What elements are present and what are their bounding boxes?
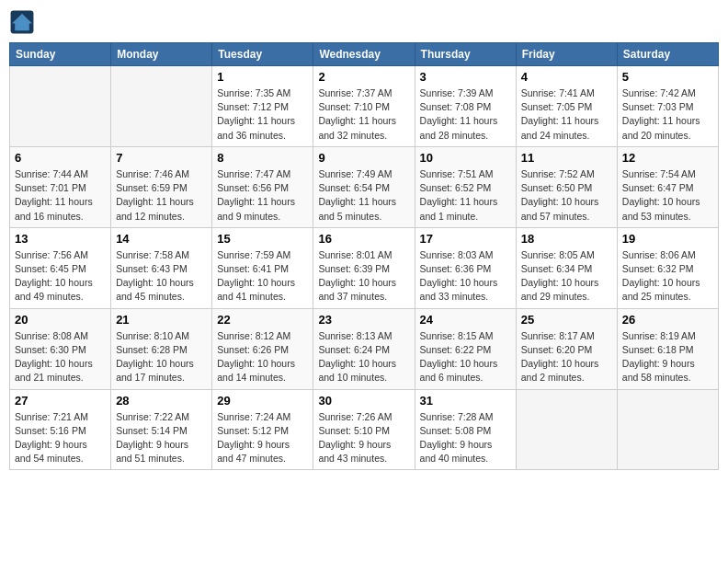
- day-number: 3: [420, 70, 511, 84]
- day-number: 21: [116, 313, 207, 327]
- day-number: 15: [217, 232, 308, 246]
- calendar-cell: 6Sunrise: 7:44 AMSunset: 7:01 PMDaylight…: [10, 146, 111, 227]
- day-info: Sunrise: 7:54 AMSunset: 6:47 PMDaylight:…: [622, 167, 713, 224]
- day-number: 19: [622, 232, 713, 246]
- day-info: Sunrise: 7:37 AMSunset: 7:10 PMDaylight:…: [318, 86, 409, 143]
- day-number: 30: [318, 394, 409, 408]
- calendar-cell: 31Sunrise: 7:28 AMSunset: 5:08 PMDayligh…: [415, 389, 516, 470]
- day-number: 24: [420, 313, 511, 327]
- day-info: Sunrise: 7:49 AMSunset: 6:54 PMDaylight:…: [318, 167, 409, 224]
- day-number: 18: [521, 232, 612, 246]
- day-number: 7: [116, 151, 207, 165]
- calendar-cell: 3Sunrise: 7:39 AMSunset: 7:08 PMDaylight…: [415, 66, 516, 147]
- weekday-header: Tuesday: [212, 43, 313, 66]
- day-number: 2: [318, 70, 409, 84]
- calendar-cell: 30Sunrise: 7:26 AMSunset: 5:10 PMDayligh…: [313, 389, 415, 470]
- day-number: 29: [217, 394, 308, 408]
- page-header: [9, 9, 719, 35]
- calendar-cell: 25Sunrise: 8:17 AMSunset: 6:20 PMDayligh…: [516, 308, 617, 389]
- day-number: 12: [622, 151, 713, 165]
- day-info: Sunrise: 7:24 AMSunset: 5:12 PMDaylight:…: [217, 410, 308, 466]
- day-number: 9: [318, 151, 409, 165]
- day-info: Sunrise: 8:10 AMSunset: 6:28 PMDaylight:…: [116, 329, 207, 385]
- calendar-cell: 2Sunrise: 7:37 AMSunset: 7:10 PMDaylight…: [313, 66, 415, 147]
- weekday-header: Friday: [516, 43, 617, 66]
- calendar-cell: 12Sunrise: 7:54 AMSunset: 6:47 PMDayligh…: [617, 146, 718, 227]
- calendar-cell: 1Sunrise: 7:35 AMSunset: 7:12 PMDaylight…: [212, 66, 313, 147]
- calendar-cell: 24Sunrise: 8:15 AMSunset: 6:22 PMDayligh…: [415, 308, 516, 389]
- day-info: Sunrise: 7:51 AMSunset: 6:52 PMDaylight:…: [420, 167, 511, 224]
- day-number: 14: [116, 232, 207, 246]
- calendar-cell: 23Sunrise: 8:13 AMSunset: 6:24 PMDayligh…: [313, 308, 415, 389]
- calendar-cell: 29Sunrise: 7:24 AMSunset: 5:12 PMDayligh…: [212, 389, 313, 470]
- day-number: 27: [15, 394, 106, 408]
- day-number: 20: [15, 313, 106, 327]
- day-info: Sunrise: 7:42 AMSunset: 7:03 PMDaylight:…: [622, 86, 713, 143]
- calendar-cell: [111, 66, 212, 147]
- calendar-week-row: 27Sunrise: 7:21 AMSunset: 5:16 PMDayligh…: [10, 389, 719, 470]
- day-info: Sunrise: 7:58 AMSunset: 6:43 PMDaylight:…: [116, 248, 207, 304]
- day-info: Sunrise: 7:28 AMSunset: 5:08 PMDaylight:…: [420, 410, 511, 466]
- day-info: Sunrise: 7:21 AMSunset: 5:16 PMDaylight:…: [15, 410, 106, 466]
- day-number: 26: [622, 313, 713, 327]
- day-info: Sunrise: 8:05 AMSunset: 6:34 PMDaylight:…: [521, 248, 612, 304]
- calendar-week-row: 6Sunrise: 7:44 AMSunset: 7:01 PMDaylight…: [10, 146, 719, 227]
- weekday-header: Wednesday: [313, 43, 415, 66]
- day-number: 10: [420, 151, 511, 165]
- day-number: 11: [521, 151, 612, 165]
- calendar-table: SundayMondayTuesdayWednesdayThursdayFrid…: [9, 42, 719, 470]
- calendar-cell: 27Sunrise: 7:21 AMSunset: 5:16 PMDayligh…: [10, 389, 111, 470]
- calendar-week-row: 1Sunrise: 7:35 AMSunset: 7:12 PMDaylight…: [10, 66, 719, 147]
- calendar-cell: [617, 389, 718, 470]
- calendar-header-row: SundayMondayTuesdayWednesdayThursdayFrid…: [10, 43, 719, 66]
- calendar-cell: 21Sunrise: 8:10 AMSunset: 6:28 PMDayligh…: [111, 308, 212, 389]
- day-info: Sunrise: 7:35 AMSunset: 7:12 PMDaylight:…: [217, 86, 308, 143]
- calendar-cell: 14Sunrise: 7:58 AMSunset: 6:43 PMDayligh…: [111, 227, 212, 308]
- day-info: Sunrise: 8:08 AMSunset: 6:30 PMDaylight:…: [15, 329, 106, 385]
- calendar-cell: 7Sunrise: 7:46 AMSunset: 6:59 PMDaylight…: [111, 146, 212, 227]
- day-info: Sunrise: 7:52 AMSunset: 6:50 PMDaylight:…: [521, 167, 612, 224]
- calendar-cell: 16Sunrise: 8:01 AMSunset: 6:39 PMDayligh…: [313, 227, 415, 308]
- day-number: 13: [15, 232, 106, 246]
- day-number: 5: [622, 70, 713, 84]
- weekday-header: Monday: [111, 43, 212, 66]
- day-number: 16: [318, 232, 409, 246]
- day-number: 6: [15, 151, 106, 165]
- day-info: Sunrise: 7:22 AMSunset: 5:14 PMDaylight:…: [116, 410, 207, 466]
- calendar-week-row: 13Sunrise: 7:56 AMSunset: 6:45 PMDayligh…: [10, 227, 719, 308]
- day-number: 8: [217, 151, 308, 165]
- calendar-cell: 5Sunrise: 7:42 AMSunset: 7:03 PMDaylight…: [617, 66, 718, 147]
- day-number: 23: [318, 313, 409, 327]
- calendar-cell: 26Sunrise: 8:19 AMSunset: 6:18 PMDayligh…: [617, 308, 718, 389]
- day-number: 4: [521, 70, 612, 84]
- day-info: Sunrise: 7:56 AMSunset: 6:45 PMDaylight:…: [15, 248, 106, 304]
- calendar-cell: 22Sunrise: 8:12 AMSunset: 6:26 PMDayligh…: [212, 308, 313, 389]
- day-info: Sunrise: 8:06 AMSunset: 6:32 PMDaylight:…: [622, 248, 713, 304]
- day-info: Sunrise: 8:12 AMSunset: 6:26 PMDaylight:…: [217, 329, 308, 385]
- day-number: 25: [521, 313, 612, 327]
- calendar-cell: [516, 389, 617, 470]
- calendar-week-row: 20Sunrise: 8:08 AMSunset: 6:30 PMDayligh…: [10, 308, 719, 389]
- day-number: 1: [217, 70, 308, 84]
- calendar-cell: 9Sunrise: 7:49 AMSunset: 6:54 PMDaylight…: [313, 146, 415, 227]
- calendar-cell: 11Sunrise: 7:52 AMSunset: 6:50 PMDayligh…: [516, 146, 617, 227]
- calendar-cell: 18Sunrise: 8:05 AMSunset: 6:34 PMDayligh…: [516, 227, 617, 308]
- calendar-cell: 17Sunrise: 8:03 AMSunset: 6:36 PMDayligh…: [415, 227, 516, 308]
- day-info: Sunrise: 8:03 AMSunset: 6:36 PMDaylight:…: [420, 248, 511, 304]
- day-number: 22: [217, 313, 308, 327]
- day-info: Sunrise: 7:59 AMSunset: 6:41 PMDaylight:…: [217, 248, 308, 304]
- calendar-body: 1Sunrise: 7:35 AMSunset: 7:12 PMDaylight…: [10, 66, 719, 470]
- day-info: Sunrise: 7:46 AMSunset: 6:59 PMDaylight:…: [116, 167, 207, 224]
- calendar-cell: 15Sunrise: 7:59 AMSunset: 6:41 PMDayligh…: [212, 227, 313, 308]
- calendar-cell: 13Sunrise: 7:56 AMSunset: 6:45 PMDayligh…: [10, 227, 111, 308]
- weekday-header: Saturday: [617, 43, 718, 66]
- calendar-cell: [10, 66, 111, 147]
- calendar-cell: 8Sunrise: 7:47 AMSunset: 6:56 PMDaylight…: [212, 146, 313, 227]
- day-info: Sunrise: 7:47 AMSunset: 6:56 PMDaylight:…: [217, 167, 308, 224]
- day-info: Sunrise: 8:15 AMSunset: 6:22 PMDaylight:…: [420, 329, 511, 385]
- day-info: Sunrise: 7:41 AMSunset: 7:05 PMDaylight:…: [521, 86, 612, 143]
- weekday-header: Thursday: [415, 43, 516, 66]
- calendar-cell: 4Sunrise: 7:41 AMSunset: 7:05 PMDaylight…: [516, 66, 617, 147]
- calendar-cell: 28Sunrise: 7:22 AMSunset: 5:14 PMDayligh…: [111, 389, 212, 470]
- day-info: Sunrise: 8:01 AMSunset: 6:39 PMDaylight:…: [318, 248, 409, 304]
